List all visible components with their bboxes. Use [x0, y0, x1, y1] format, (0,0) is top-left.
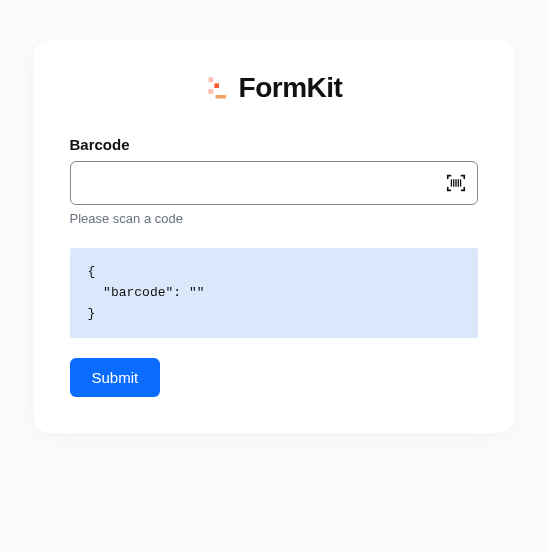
svg-rect-2 — [208, 89, 213, 94]
form-json-preview: { "barcode": "" } — [70, 248, 478, 338]
brand-name: FormKit — [239, 72, 343, 104]
svg-rect-0 — [208, 78, 213, 83]
brand-logo: FormKit — [70, 72, 478, 104]
barcode-input[interactable] — [70, 161, 478, 205]
barcode-scan-icon — [445, 172, 467, 194]
barcode-help-text: Please scan a code — [70, 211, 478, 226]
form-card: FormKit Barcode Please scan a code { "ba… — [34, 40, 514, 433]
barcode-scan-button[interactable] — [444, 171, 468, 195]
svg-rect-3 — [215, 95, 226, 99]
barcode-input-wrapper — [70, 161, 478, 205]
formkit-logo-icon — [205, 74, 233, 102]
barcode-label: Barcode — [70, 136, 478, 153]
submit-button[interactable]: Submit — [70, 358, 161, 397]
svg-rect-1 — [214, 83, 219, 88]
